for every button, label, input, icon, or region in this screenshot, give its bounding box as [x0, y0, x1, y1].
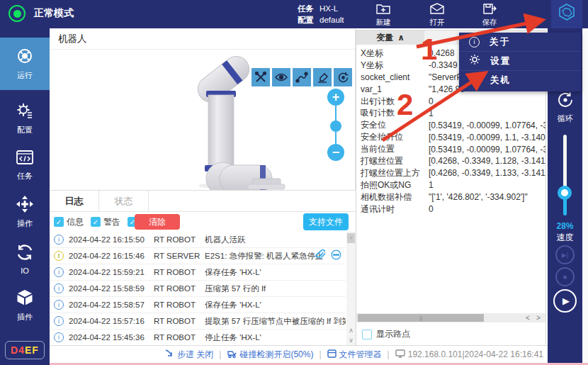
- info-icon: i: [54, 267, 64, 277]
- speed-slider-handle[interactable]: [558, 186, 572, 200]
- zoom-in-button[interactable]: +: [327, 89, 344, 106]
- var-name: X坐标: [361, 47, 429, 60]
- support-files-button[interactable]: 支持文件: [303, 213, 349, 230]
- more-options-icon[interactable]: [331, 249, 341, 263]
- clear-log-button[interactable]: 清除: [135, 214, 180, 230]
- log-row: i 2024-04-22 15:57:16 RT ROBOT 提取第 57 行压…: [50, 313, 346, 330]
- filter-info-checkbox[interactable]: ✓信息: [54, 216, 84, 228]
- scroll-up-arrow[interactable]: ∧: [346, 325, 356, 335]
- variables-hscrollbar[interactable]: || < >: [356, 313, 545, 322]
- var-value: [0.4268, -0.3349, 1.133, -3.14159, 0, -1: [429, 168, 545, 178]
- visibility-eye-button[interactable]: [272, 68, 290, 86]
- show-waypoints-label: 显示路点: [376, 328, 410, 340]
- save-button[interactable]: 保存: [473, 2, 506, 28]
- log-time: 2024-04-22 15:59:21: [69, 268, 154, 276]
- reset-view-button[interactable]: [334, 68, 352, 86]
- menu-item-shutdown[interactable]: 关机: [459, 71, 581, 90]
- collision-detect-status[interactable]: 碰撞检测开启(50%): [227, 349, 313, 361]
- menu-item-settings[interactable]: 设置: [459, 52, 581, 71]
- filter-warn-checkbox[interactable]: ✓警告: [91, 216, 120, 228]
- separator: |: [319, 349, 321, 359]
- app-menu-button[interactable]: [551, 0, 582, 28]
- file-manager-link[interactable]: 文件管理器: [327, 349, 382, 361]
- var-name: 安全位: [361, 119, 429, 131]
- sidebar-item-plugin[interactable]: 插件: [0, 287, 50, 324]
- var-name: 相机数据补偿: [361, 191, 429, 203]
- play-button[interactable]: ▶: [553, 289, 577, 313]
- log-row-actions: [315, 249, 341, 263]
- menu-item-about[interactable]: i 关于: [459, 33, 581, 52]
- scroll-left-arrow[interactable]: <: [523, 313, 533, 322]
- log-scrollbar[interactable]: = ∧ ∨: [346, 232, 356, 345]
- step-button[interactable]: ▶|: [555, 245, 575, 264]
- var-value: [0.4268, -0.3349, 1.128, -3.14159, 0, -1: [429, 156, 545, 166]
- minus-glyph: −: [332, 145, 340, 160]
- tab-log[interactable]: 日志: [50, 191, 99, 212]
- right-gutter: [582, 28, 588, 363]
- zoom-slider-handle[interactable]: [330, 120, 341, 132]
- network-label: 192.168.0.101|2024-04-22 16:16:41: [408, 349, 543, 359]
- step-mode-status[interactable]: 步进 关闭: [165, 349, 213, 361]
- info-icon: i: [54, 300, 64, 310]
- task-label: 任务: [298, 4, 314, 13]
- variable-row: 相机数据补偿"['1', '426.802', '-334.902']": [356, 191, 545, 203]
- task-line: 任务HX-L: [298, 3, 344, 14]
- path-trace-button[interactable]: [293, 68, 311, 86]
- variable-row: 安全位[0.53419, -0.00099, 1.07764, -3.14048…: [356, 119, 545, 131]
- paperclip-icon[interactable]: [315, 249, 325, 263]
- var-value: [0.53419, -0.00099, 1.07764, -3.14048,: [429, 145, 545, 155]
- folder-icon: [327, 349, 337, 360]
- cube-icon: [16, 288, 34, 310]
- sidebar-item-label: 任务: [17, 171, 33, 181]
- brand-logo-icon: [557, 3, 577, 26]
- sidebar-item-label: 配置: [17, 125, 33, 135]
- var-name: 拍照OK或NG: [361, 179, 429, 191]
- log-row: i 2024-04-22 15:58:57 RT ROBOT 保存任务 'HX-…: [50, 297, 346, 313]
- scroll-right-arrow[interactable]: >: [533, 313, 543, 322]
- code-window-icon: [16, 149, 34, 169]
- scrollbar-thumb[interactable]: =: [347, 233, 355, 243]
- sidebar-item-task[interactable]: 任务: [0, 147, 50, 184]
- log-row: i 2024-04-22 15:45:36 RT ROBOT 停止任务 'HX-…: [50, 330, 346, 345]
- save-floppy-icon: [482, 3, 497, 17]
- log-source: RT ROBOT: [154, 317, 205, 325]
- var-name: 吸钉计数: [361, 107, 429, 119]
- checkbox-checked-icon: ✓: [54, 217, 64, 227]
- log-time: 2024-04-22 16:15:46: [69, 252, 154, 260]
- scrollbar-thumb[interactable]: ||: [358, 314, 484, 322]
- var-value: [0.53419, -0.00099, 1.1, -3.14048, -0.00: [429, 133, 545, 142]
- mode-indicator[interactable]: 正常模式: [9, 5, 74, 22]
- config-value: default: [320, 16, 344, 24]
- var-value: "['1', '426.802', '-334.902']": [429, 192, 545, 202]
- eraser-button[interactable]: [313, 68, 332, 86]
- new-label: 新建: [376, 18, 391, 28]
- sidebar-item-config[interactable]: 配置: [0, 100, 50, 137]
- scroll-down-arrow[interactable]: ∨: [346, 335, 356, 345]
- show-waypoints-checkbox[interactable]: 显示路点: [362, 328, 410, 340]
- tab-status[interactable]: 状态: [99, 191, 149, 212]
- stop-button[interactable]: ■: [555, 267, 575, 286]
- monitor-icon: [395, 349, 405, 360]
- log-source: RT ROBOT: [154, 284, 205, 293]
- step-icon: ▶|: [562, 252, 568, 259]
- collision-icon: [227, 349, 237, 360]
- sidebar-item-operate[interactable]: 操作: [0, 193, 50, 230]
- open-button[interactable]: 打开: [421, 2, 453, 28]
- sidebar-item-io[interactable]: IO: [0, 240, 50, 277]
- info-icon: i: [54, 283, 64, 293]
- loop-mode-button[interactable]: 循环: [548, 91, 582, 124]
- status-ring-icon: [9, 5, 26, 22]
- variable-row: 吸钉计数1: [356, 107, 545, 119]
- tools-button[interactable]: [251, 68, 270, 86]
- log-source: RT ROBOT: [154, 235, 205, 244]
- sidebar-item-label: 运行: [17, 70, 33, 81]
- variable-row: 出钉计数0: [356, 96, 545, 108]
- network-status: 192.168.0.101|2024-04-22 16:16:41: [395, 349, 543, 360]
- zoom-out-button[interactable]: −: [327, 144, 344, 161]
- var-value: [0.53419, -0.00099, 1.07764, -3.14048,: [429, 120, 545, 130]
- info-icon: i: [54, 316, 64, 326]
- new-button[interactable]: 新建: [367, 2, 400, 28]
- sidebar-item-run[interactable]: 运行: [0, 38, 50, 90]
- open-envelope-icon: [430, 3, 444, 17]
- badge-text: D4: [11, 344, 25, 356]
